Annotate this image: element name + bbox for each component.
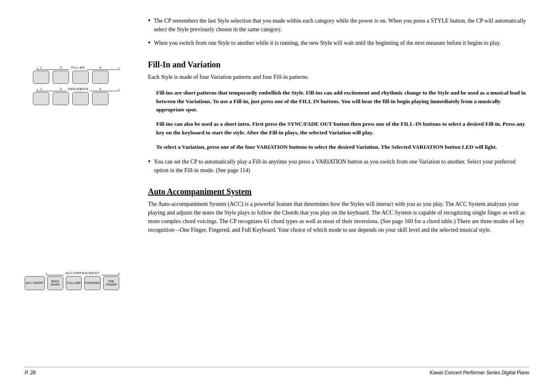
fill-in-buttons: 1 2 3 4 — [33, 71, 119, 84]
acc-diagram: ACCOMPANIMENT ACC ON/OFF BASS INVER — [25, 271, 119, 290]
right-column: • The CP remembers the last Style select… — [136, 16, 529, 359]
acc-fingered-label: FINGERED — [85, 281, 100, 285]
acc-fingered-button[interactable]: FINGERED — [84, 276, 100, 290]
acc-full-kbd-label: FULL KBD — [67, 281, 81, 285]
footer: P. 28 Kawai Concert Performer Series Dig… — [25, 367, 529, 376]
fill-bold-2: Fill-ins can also be used as a short int… — [156, 120, 529, 137]
fill-in-title: Fill-In and Variation — [148, 60, 529, 69]
acc-body: The Auto-accompaniment System (ACC) is a… — [148, 200, 529, 234]
acc-onoff-button[interactable]: ACC ON/OFF — [25, 276, 45, 290]
top-bullets: • The CP remembers the last Style select… — [148, 16, 529, 48]
acc-one-finger-button[interactable]: ONE FINGER — [103, 276, 119, 290]
variation-label: VARIATION — [66, 87, 90, 91]
bullet-1-text: The CP remembers the last Style selectio… — [154, 16, 529, 34]
fill-bullet-dot: • — [148, 157, 150, 175]
acc-bass-inver-label: BASS INVER — [48, 280, 63, 287]
footer-page-number: P. 28 — [25, 370, 35, 376]
fill-btn-3[interactable]: 3 — [72, 71, 89, 84]
bullet-dot-1: • — [148, 16, 150, 34]
fill-btn-1[interactable]: 1 — [33, 71, 49, 84]
acc-onoff-label: ACC ON/OFF — [26, 281, 44, 285]
acc-full-kbd-button[interactable]: FULL KBD — [66, 276, 82, 290]
bullet-2-text: When you switch from one Style to anothe… — [154, 39, 501, 48]
acc-title: Auto Accompaniment System — [148, 187, 529, 196]
bullet-1: • The CP remembers the last Style select… — [148, 16, 529, 34]
fill-bullets: • You can set the CP to automatically pl… — [148, 157, 529, 175]
fill-in-subtitle: Each Style is made of four Variation pat… — [148, 73, 529, 81]
variation-btn-4[interactable]: 4 — [92, 92, 108, 105]
accompaniment-label: ACCOMPANIMENT — [64, 271, 102, 275]
fill-bullet-text: You can set the CP to automatically play… — [154, 157, 529, 175]
variation-buttons: 1 2 3 4 — [33, 92, 119, 105]
fill-bullet-1: • You can set the CP to automatically pl… — [148, 157, 529, 175]
fill-btn-4[interactable]: 4 — [92, 71, 108, 84]
acc-bass-inver-button[interactable]: BASS INVER — [47, 276, 63, 290]
fill-bold-3: To select a Variation, press one of the … — [156, 143, 529, 152]
page: FILL IN 1 2 3 — [0, 0, 554, 392]
variation-btn-2[interactable]: 2 — [53, 92, 69, 105]
variation-btn-1[interactable]: 1 — [33, 92, 49, 105]
acc-buttons: ACC ON/OFF BASS INVER FULL KBD FINGERED — [25, 276, 119, 290]
acc-section: Auto Accompaniment System The Auto-accom… — [148, 187, 529, 234]
footer-title: Kawai Concert Performer Series Digital P… — [429, 370, 529, 376]
acc-one-finger-label: ONE FINGER — [104, 280, 119, 287]
bullet-2: • When you switch from one Style to anot… — [148, 39, 529, 48]
fill-in-label: FILL IN — [69, 66, 88, 69]
fill-btn-2[interactable]: 2 — [53, 71, 69, 84]
bullet-dot-2: • — [148, 39, 150, 48]
left-column: FILL IN 1 2 3 — [25, 16, 136, 359]
fill-in-section: Fill-In and Variation Each Style is made… — [148, 60, 529, 175]
variation-btn-3[interactable]: 3 — [72, 92, 89, 105]
fill-in-diagram: FILL IN 1 2 3 — [33, 66, 119, 108]
fill-bold-1: Fill-ins are short patterns that tempora… — [156, 89, 529, 115]
